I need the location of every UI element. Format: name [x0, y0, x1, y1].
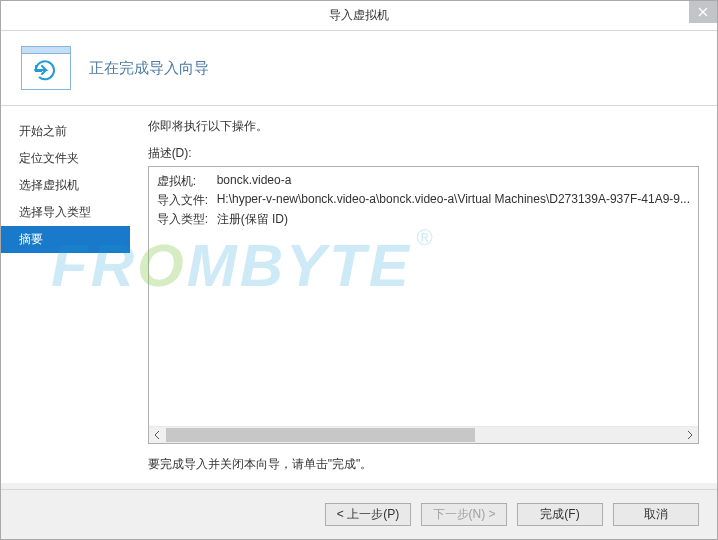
page-title: 正在完成导入向导	[89, 59, 209, 78]
sidebar-item-before[interactable]: 开始之前	[1, 118, 130, 145]
sidebar-item-import-type[interactable]: 选择导入类型	[1, 199, 130, 226]
sidebar: 开始之前 定位文件夹 选择虚拟机 选择导入类型 摘要	[1, 106, 130, 483]
finish-instruction: 要完成导入并关闭本向导，请单击"完成"。	[148, 456, 699, 473]
header: 正在完成导入向导	[1, 31, 717, 106]
row-value: H:\hyper-v-new\bonck.video-a\bonck.video…	[217, 192, 690, 209]
import-icon	[21, 46, 71, 90]
sidebar-item-summary[interactable]: 摘要	[1, 226, 130, 253]
intro-text: 你即将执行以下操作。	[148, 118, 699, 135]
wizard-window: 导入虚拟机 正在完成导入向导 开始之前 定位文件夹 选择虚拟机 选择导入类型 摘…	[0, 0, 718, 540]
sidebar-item-select-vm[interactable]: 选择虚拟机	[1, 172, 130, 199]
finish-button[interactable]: 完成(F)	[517, 503, 603, 526]
scroll-thumb[interactable]	[166, 428, 475, 442]
scroll-left-button[interactable]	[149, 427, 166, 443]
row-value: bonck.video-a	[217, 173, 690, 190]
description-label: 描述(D):	[148, 145, 699, 162]
details-box: 虚拟机: bonck.video-a 导入文件: H:\hyper-v-new\…	[148, 166, 699, 444]
summary-row-file: 导入文件: H:\hyper-v-new\bonck.video-a\bonck…	[157, 192, 690, 209]
sidebar-item-locate[interactable]: 定位文件夹	[1, 145, 130, 172]
summary-row-vm: 虚拟机: bonck.video-a	[157, 173, 690, 190]
close-button[interactable]	[689, 1, 717, 23]
prev-button[interactable]: < 上一步(P)	[325, 503, 411, 526]
row-value: 注册(保留 ID)	[217, 211, 690, 228]
main-panel: 你即将执行以下操作。 描述(D): 虚拟机: bonck.video-a 导入文…	[130, 106, 717, 483]
scroll-right-button[interactable]	[681, 427, 698, 443]
next-button: 下一步(N) >	[421, 503, 507, 526]
titlebar: 导入虚拟机	[1, 1, 717, 31]
details-content: 虚拟机: bonck.video-a 导入文件: H:\hyper-v-new\…	[149, 167, 698, 426]
row-label: 导入类型:	[157, 211, 217, 228]
body: 开始之前 定位文件夹 选择虚拟机 选择导入类型 摘要 你即将执行以下操作。 描述…	[1, 106, 717, 483]
summary-row-type: 导入类型: 注册(保留 ID)	[157, 211, 690, 228]
row-label: 虚拟机:	[157, 173, 217, 190]
chevron-left-icon	[154, 431, 160, 439]
chevron-right-icon	[687, 431, 693, 439]
row-label: 导入文件:	[157, 192, 217, 209]
horizontal-scrollbar[interactable]	[149, 426, 698, 443]
scroll-track[interactable]	[166, 427, 681, 443]
close-icon	[698, 7, 708, 17]
footer: < 上一步(P) 下一步(N) > 完成(F) 取消	[1, 489, 717, 539]
window-title: 导入虚拟机	[329, 7, 389, 24]
cancel-button[interactable]: 取消	[613, 503, 699, 526]
